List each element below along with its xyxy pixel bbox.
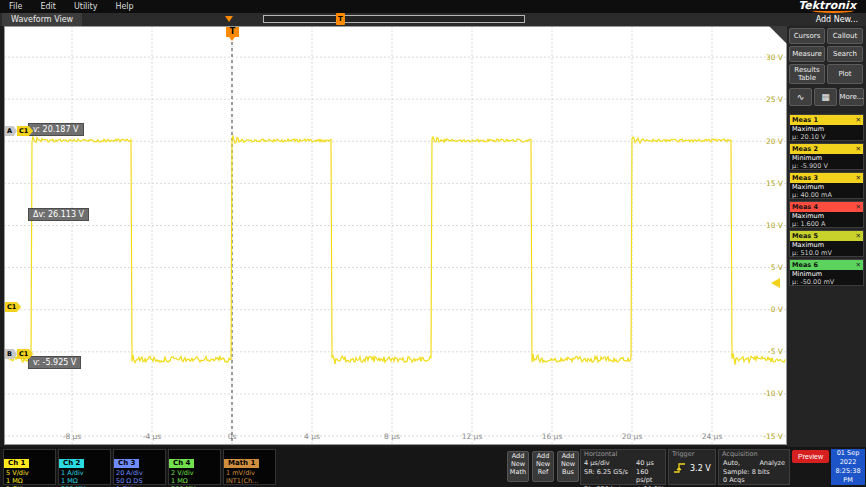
close-icon[interactable]: ✕ — [856, 174, 861, 182]
acquisition-panel[interactable]: Acquisition Auto, Analyze Sample: 8 bits… — [718, 449, 790, 485]
trigger-panel[interactable]: Trigger 3.2 V — [668, 449, 716, 485]
horizontal-resolution: 160 ps/pt — [636, 468, 666, 485]
menu-item-file[interactable]: File — [0, 2, 31, 11]
measurement-value: μ: 20.10 V — [790, 133, 863, 141]
sidebar-button-search[interactable]: Search — [827, 46, 863, 62]
more-button[interactable]: More... — [839, 88, 864, 106]
horizontal-title: Horizontal — [581, 450, 665, 459]
y-axis-label: -5 V — [768, 347, 784, 356]
channel-setting: INT1(Ch... — [224, 477, 275, 485]
add-new-label-line: Add — [558, 452, 578, 460]
acquisition-title: Acquisition — [719, 450, 789, 459]
sidebar-button-plot[interactable]: Plot — [827, 64, 863, 84]
bottom-bar: Ch 15 V/div1 MΩ1 GHzCh 21 A/div1 MΩ500 M… — [0, 447, 866, 487]
sidebar-button-cursors[interactable]: Cursors — [789, 28, 825, 44]
plot-corner-handle[interactable] — [769, 26, 787, 44]
cursor-gating-icon-button[interactable]: ▦ — [814, 88, 837, 106]
close-icon[interactable]: ✕ — [856, 261, 861, 269]
measurement-name: Meas 5 — [792, 232, 818, 240]
sidebar-button-measure[interactable]: Measure — [789, 46, 825, 62]
measurement-badge-1[interactable]: Meas 1✕Maximumμ: 20.10 V — [789, 114, 864, 141]
x-axis-label: 16 μs — [542, 432, 563, 441]
add-new-bus-button[interactable]: AddNewBus — [557, 451, 579, 482]
measurement-stat: Minimum — [790, 154, 863, 162]
measurement-badge-header: Meas 6✕ — [790, 260, 863, 270]
waveform-histogram-icon-button[interactable]: ∿ — [789, 88, 812, 106]
x-axis-label: 12 μs — [462, 432, 483, 441]
cursor-b-readout[interactable]: v: -5.925 V — [28, 356, 81, 369]
channel-badge-ch3[interactable]: Ch 320 A/div50 Ω DS1 GHz — [113, 449, 166, 485]
record-trigger-marker[interactable]: T — [336, 13, 345, 25]
measurement-badge-header: Meas 1✕ — [790, 115, 863, 125]
measurement-badge-3[interactable]: Meas 3✕Maximumμ: 40.00 mA — [789, 172, 864, 199]
y-axis-label: 10 V — [766, 221, 784, 230]
add-new-math-button[interactable]: AddNewMath — [507, 451, 529, 482]
measurement-badge-5[interactable]: Meas 5✕Maximumμ: 510.0 mV — [789, 230, 864, 257]
add-new-label-line: Ref — [533, 468, 553, 476]
y-axis-label: -15 V — [763, 432, 784, 441]
close-icon[interactable]: ✕ — [856, 116, 861, 124]
channel-badge-ch1[interactable]: Ch 15 V/div1 MΩ1 GHz — [3, 449, 56, 485]
sidebar-button-results-table[interactable]: Results Table — [789, 64, 825, 84]
trigger-position-marker[interactable]: T — [226, 27, 239, 37]
horizontal-sample-rate: SR: 6.25 GS/s — [584, 468, 636, 485]
waveform-plot[interactable]: -8 μs-4 μs0s4 μs8 μs12 μs16 μs20 μs24 μs… — [4, 26, 787, 445]
close-icon[interactable]: ✕ — [856, 145, 861, 153]
measurement-badge-6[interactable]: Meas 6✕Minimumμ: -50.00 mV — [789, 259, 864, 286]
measurement-stat: Maximum — [790, 183, 863, 191]
channel-badge-math1[interactable]: Math 11 mV/divINT1(Ch... — [223, 449, 276, 485]
add-new-label-line: New — [558, 460, 578, 468]
time-text: 8:25:38 PM — [831, 467, 865, 485]
graticule-svg: -8 μs-4 μs0s4 μs8 μs12 μs16 μs20 μs24 μs… — [4, 26, 787, 445]
channel-name: Ch 3 — [114, 459, 139, 468]
tab-bar: Waveform View T Add New... — [0, 13, 866, 26]
preview-button[interactable]: Preview — [792, 450, 829, 463]
trigger-level-arrow[interactable] — [771, 278, 780, 288]
sidebar-button-callout[interactable]: Callout — [827, 28, 863, 44]
rising-edge-icon — [673, 462, 686, 474]
add-new-group: AddNewMathAddNewRefAddNewBus — [507, 451, 581, 483]
add-new-menu[interactable]: Add New... — [816, 13, 858, 26]
record-trigger-position-icon — [225, 16, 233, 22]
measurement-name: Meas 3 — [792, 174, 818, 182]
menu-item-help[interactable]: Help — [106, 2, 142, 11]
channel-badge-ch2[interactable]: Ch 21 A/div1 MΩ500 MHz — [58, 449, 111, 485]
trigger-title: Trigger — [669, 450, 715, 459]
channel-setting: 1 MΩ — [59, 477, 110, 485]
add-new-label-line: Math — [508, 468, 528, 476]
right-sidebar: Meas 1✕Maximumμ: 20.10 VMeas 2✕Minimumμ:… — [787, 26, 866, 447]
measurement-value: μ: 510.0 mV — [790, 249, 863, 257]
menu-item-edit[interactable]: Edit — [31, 2, 65, 11]
horizontal-panel[interactable]: Horizontal 4 μs/div 40 μs SR: 6.25 GS/s … — [580, 449, 666, 485]
cursor-a-readout[interactable]: v: 20.187 V — [28, 123, 84, 136]
add-new-ref-button[interactable]: AddNewRef — [532, 451, 554, 482]
date-text: 01 Sep 2022 — [831, 449, 865, 467]
channel-setting: 1 mV/div — [224, 469, 275, 477]
acquisition-mode: Auto, — [723, 459, 740, 468]
y-axis-label: 30 V — [766, 53, 784, 62]
measurement-value: μ: -50.00 mV — [790, 278, 863, 286]
measurement-badge-2[interactable]: Meas 2✕Minimumμ: -5.900 V — [789, 143, 864, 170]
acquisition-count: 0 Acqs — [723, 476, 745, 485]
channel-setting: 1 A/div — [59, 469, 110, 477]
close-icon[interactable]: ✕ — [856, 232, 861, 240]
x-axis-label: 8 μs — [384, 432, 400, 441]
menu-item-utility[interactable]: Utility — [65, 2, 107, 11]
measurement-stat: Maximum — [790, 241, 863, 249]
tab-waveform-view[interactable]: Waveform View — [2, 13, 82, 26]
measurement-badge-4[interactable]: Meas 4✕Maximumμ: 1.600 A — [789, 201, 864, 228]
channel-setting: 50 Ω DS — [114, 477, 165, 485]
measurement-stat: Maximum — [790, 125, 863, 133]
y-axis-label: 15 V — [766, 179, 784, 188]
measurement-value: μ: 1.600 A — [790, 220, 863, 228]
acquisition-analyze: Analyze — [759, 459, 785, 468]
channel-badge-ch4[interactable]: Ch 42 V/div1 MΩ200 MHz — [168, 449, 221, 485]
y-axis-label: 20 V — [766, 137, 784, 146]
close-icon[interactable]: ✕ — [856, 203, 861, 211]
x-axis-label: -8 μs — [63, 432, 82, 441]
record-view-bar[interactable]: T — [263, 15, 525, 23]
add-new-label-line: Bus — [558, 468, 578, 476]
cursor-delta-readout[interactable]: Δv: 26.113 V — [28, 208, 89, 221]
y-axis-label: 0 V — [771, 305, 784, 314]
channel-name: Ch 4 — [169, 459, 194, 468]
